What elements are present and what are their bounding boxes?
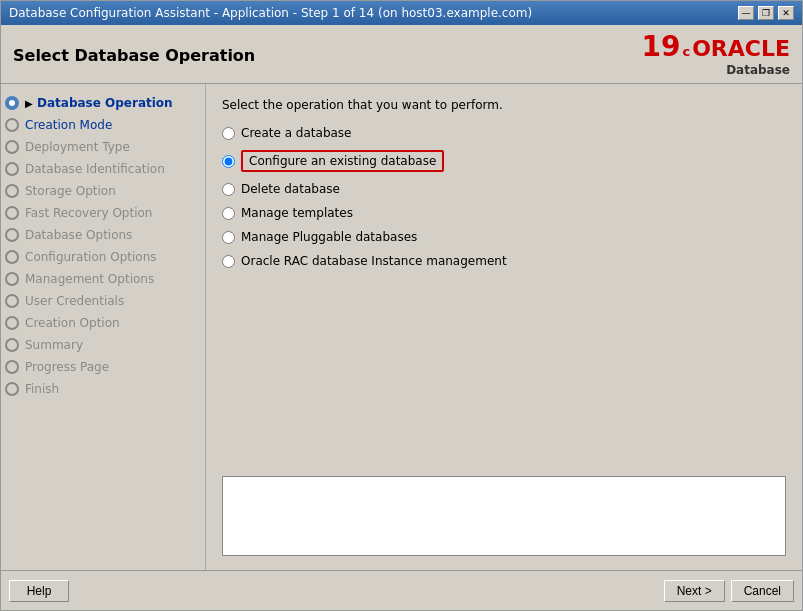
active-arrow-icon: ▶ (25, 98, 35, 109)
radio-input-configure-existing[interactable] (222, 155, 235, 168)
oracle-name: ORACLE (692, 38, 790, 60)
sidebar-label-database-identification: Database Identification (25, 162, 165, 176)
sidebar-item-fast-recovery-option: Fast Recovery Option (1, 202, 205, 224)
sidebar-label-database-options: Database Options (25, 228, 132, 242)
sidebar-circle-user-credentials (5, 294, 19, 308)
window-title: Database Configuration Assistant - Appli… (9, 6, 532, 20)
radio-option-manage-pluggable[interactable]: Manage Pluggable databases (222, 230, 786, 244)
sidebar-circle-deployment-type (5, 140, 19, 154)
sidebar-item-progress-page: Progress Page (1, 356, 205, 378)
title-bar: Database Configuration Assistant - Appli… (1, 1, 802, 25)
sidebar-circle-creation-mode (5, 118, 19, 132)
minimize-button[interactable]: — (738, 6, 754, 20)
sidebar-circle-creation-option (5, 316, 19, 330)
sidebar-item-database-options: Database Options (1, 224, 205, 246)
radio-option-oracle-rac[interactable]: Oracle RAC database Instance management (222, 254, 786, 268)
sidebar-item-storage-option: Storage Option (1, 180, 205, 202)
footer-right: Next > Cancel (664, 580, 794, 602)
radio-label-manage-templates: Manage templates (241, 206, 353, 220)
sidebar-label-fast-recovery-option: Fast Recovery Option (25, 206, 152, 220)
next-button[interactable]: Next > (664, 580, 725, 602)
close-button[interactable]: ✕ (778, 6, 794, 20)
sidebar-label-deployment-type: Deployment Type (25, 140, 130, 154)
restore-button[interactable]: ❐ (758, 6, 774, 20)
sidebar-item-database-identification: Database Identification (1, 158, 205, 180)
sidebar-circle-fast-recovery-option (5, 206, 19, 220)
sidebar-item-finish: Finish (1, 378, 205, 400)
sidebar-item-creation-mode[interactable]: Creation Mode (1, 114, 205, 136)
radio-input-oracle-rac[interactable] (222, 255, 235, 268)
oracle-logo-top: 19c ORACLE (641, 33, 790, 61)
sidebar-circle-configuration-options (5, 250, 19, 264)
sidebar-item-deployment-type: Deployment Type (1, 136, 205, 158)
cancel-button[interactable]: Cancel (731, 580, 794, 602)
sidebar-item-user-credentials: User Credentials (1, 290, 205, 312)
operation-radio-group: Create a databaseConfigure an existing d… (222, 126, 786, 268)
sidebar-label-creation-option: Creation Option (25, 316, 120, 330)
sidebar-label-user-credentials: User Credentials (25, 294, 124, 308)
page-header: Select Database Operation 19c ORACLE Dat… (1, 25, 802, 84)
main-window: Database Configuration Assistant - Appli… (0, 0, 803, 611)
footer: Help Next > Cancel (1, 570, 802, 610)
sidebar-label-database-operation: Database Operation (37, 96, 173, 110)
sidebar-circle-management-options (5, 272, 19, 286)
sidebar-item-summary: Summary (1, 334, 205, 356)
radio-option-create-database[interactable]: Create a database (222, 126, 786, 140)
sidebar-circle-summary (5, 338, 19, 352)
content-area: Select the operation that you want to pe… (206, 84, 802, 570)
oracle-version: 19 (641, 33, 680, 61)
description-box (222, 476, 786, 556)
radio-label-oracle-rac: Oracle RAC database Instance management (241, 254, 507, 268)
radio-option-delete-database[interactable]: Delete database (222, 182, 786, 196)
sidebar-circle-progress-page (5, 360, 19, 374)
radio-option-configure-existing[interactable]: Configure an existing database (222, 150, 786, 172)
radio-input-create-database[interactable] (222, 127, 235, 140)
sidebar-item-creation-option: Creation Option (1, 312, 205, 334)
radio-input-delete-database[interactable] (222, 183, 235, 196)
sidebar-item-database-operation[interactable]: ▶Database Operation (1, 92, 205, 114)
sidebar-circle-storage-option (5, 184, 19, 198)
sidebar-label-creation-mode: Creation Mode (25, 118, 112, 132)
sidebar-label-storage-option: Storage Option (25, 184, 116, 198)
main-content: ▶Database OperationCreation ModeDeployme… (1, 84, 802, 570)
radio-label-manage-pluggable: Manage Pluggable databases (241, 230, 417, 244)
sidebar-label-summary: Summary (25, 338, 83, 352)
oracle-logo: 19c ORACLE Database (641, 33, 790, 77)
radio-option-manage-templates[interactable]: Manage templates (222, 206, 786, 220)
oracle-subtitle: Database (726, 63, 790, 77)
sidebar-item-configuration-options: Configuration Options (1, 246, 205, 268)
sidebar-circle-finish (5, 382, 19, 396)
page-title: Select Database Operation (13, 46, 255, 65)
radio-label-create-database: Create a database (241, 126, 352, 140)
sidebar-circle-database-options (5, 228, 19, 242)
radio-label-delete-database: Delete database (241, 182, 340, 196)
radio-input-manage-pluggable[interactable] (222, 231, 235, 244)
sidebar-label-configuration-options: Configuration Options (25, 250, 157, 264)
oracle-superscript: c (682, 45, 690, 58)
sidebar-label-management-options: Management Options (25, 272, 154, 286)
sidebar-item-management-options: Management Options (1, 268, 205, 290)
sidebar-circle-database-identification (5, 162, 19, 176)
content-instruction: Select the operation that you want to pe… (222, 98, 786, 112)
footer-left: Help (9, 580, 69, 602)
radio-input-manage-templates[interactable] (222, 207, 235, 220)
sidebar-circle-database-operation (5, 96, 19, 110)
help-button[interactable]: Help (9, 580, 69, 602)
sidebar: ▶Database OperationCreation ModeDeployme… (1, 84, 206, 570)
window-controls: — ❐ ✕ (738, 6, 794, 20)
sidebar-label-progress-page: Progress Page (25, 360, 109, 374)
radio-label-configure-existing: Configure an existing database (241, 150, 444, 172)
sidebar-label-finish: Finish (25, 382, 59, 396)
